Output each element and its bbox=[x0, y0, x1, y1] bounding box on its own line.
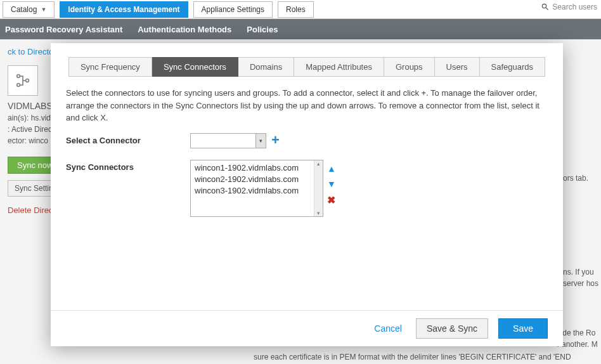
tab-iam-label: Identity & Access Management bbox=[68, 5, 179, 14]
search-placeholder: Search users bbox=[552, 3, 597, 11]
list-controls: ▲ ▼ ✖ bbox=[327, 160, 336, 206]
list-item[interactable]: wincon1-1902.vidmlabs.com bbox=[195, 162, 319, 174]
subnav-policies[interactable]: Policies bbox=[247, 25, 278, 34]
add-connector-icon[interactable]: + bbox=[271, 133, 280, 147]
mtab-users[interactable]: Users bbox=[435, 57, 480, 77]
tab-catalog[interactable]: Catalog ▼ bbox=[3, 1, 55, 18]
mtab-connectors[interactable]: Sync Connectors bbox=[152, 57, 238, 77]
select-connector-label: Select a Connector bbox=[66, 133, 190, 145]
bg-right-text: ctors tab. ains. If you y server hos vid… bbox=[557, 172, 598, 350]
mtab-mapped[interactable]: Mapped Attributes bbox=[294, 57, 384, 77]
tab-roles-label: Roles bbox=[286, 5, 306, 14]
subnav-pra[interactable]: Password Recovery Assistant bbox=[5, 25, 122, 34]
move-down-icon[interactable]: ▼ bbox=[327, 179, 336, 189]
row-sync-connectors: Sync Connectors wincon1-1902.vidmlabs.co… bbox=[66, 160, 548, 217]
search-box[interactable]: Search users bbox=[541, 3, 597, 11]
row-select-connector: Select a Connector ▾ + bbox=[66, 133, 548, 148]
svg-point-2 bbox=[26, 79, 29, 82]
sync-connectors-label: Sync Connectors bbox=[66, 160, 190, 172]
bg-right-b: y server hos bbox=[557, 278, 598, 289]
save-sync-button[interactable]: Save & Sync bbox=[416, 318, 488, 339]
list-item[interactable]: wincon3-1902.vidmlabs.com bbox=[195, 185, 319, 197]
modal-description: Select the connectors to use for syncing… bbox=[66, 87, 548, 124]
sync-settings-modal: Sync Frequency Sync Connectors Domains M… bbox=[51, 43, 563, 346]
bg-right-c: vide the Ro bbox=[557, 327, 598, 339]
modal-footer: Cancel Save & Sync Save bbox=[51, 310, 563, 346]
bg-right-d: r another. M bbox=[557, 339, 598, 350]
move-up-icon[interactable]: ▲ bbox=[327, 164, 336, 174]
select-connector-dropdown[interactable]: ▾ bbox=[190, 133, 266, 148]
directory-icon bbox=[8, 65, 38, 96]
remove-icon[interactable]: ✖ bbox=[327, 194, 336, 206]
node-icon bbox=[14, 72, 32, 89]
tab-appliance-label: Appliance Settings bbox=[202, 5, 264, 14]
cancel-button[interactable]: Cancel bbox=[370, 323, 406, 334]
tab-catalog-label: Catalog bbox=[11, 5, 37, 14]
svg-point-0 bbox=[17, 75, 20, 78]
modal-body: Select the connectors to use for syncing… bbox=[51, 77, 563, 310]
mtab-domains[interactable]: Domains bbox=[238, 57, 294, 77]
scroll-up-icon[interactable]: ▴ bbox=[317, 160, 320, 167]
top-tabs: Catalog ▼ Identity & Access Management A… bbox=[0, 0, 601, 19]
tab-roles[interactable]: Roles bbox=[278, 1, 314, 18]
tab-iam[interactable]: Identity & Access Management bbox=[60, 1, 188, 18]
sync-connectors-listbox[interactable]: wincon1-1902.vidmlabs.com wincon2-1902.v… bbox=[190, 160, 323, 217]
subnav-auth[interactable]: Authentication Methods bbox=[138, 25, 231, 34]
listbox-scrollbar[interactable]: ▴ ▾ bbox=[314, 160, 323, 216]
tab-appliance[interactable]: Appliance Settings bbox=[193, 1, 273, 18]
list-item[interactable]: wincon2-1902.vidmlabs.com bbox=[195, 174, 319, 185]
modal-tabs: Sync Frequency Sync Connectors Domains M… bbox=[51, 57, 563, 77]
bg-bottom-text: sure each certificate is in PEM format w… bbox=[254, 353, 571, 361]
select-value bbox=[191, 134, 255, 148]
mtab-frequency[interactable]: Sync Frequency bbox=[68, 57, 152, 77]
sub-nav: Password Recovery Assistant Authenticati… bbox=[0, 19, 601, 39]
bg-right-tab: ctors tab. bbox=[557, 172, 598, 184]
scroll-down-icon[interactable]: ▾ bbox=[317, 210, 320, 216]
bg-right-a: ains. If you bbox=[557, 266, 598, 278]
mtab-groups[interactable]: Groups bbox=[384, 57, 435, 77]
chevron-down-icon: ▼ bbox=[41, 6, 46, 13]
search-icon bbox=[541, 3, 550, 11]
mtab-safeguards[interactable]: Safeguards bbox=[480, 57, 546, 77]
chevron-down-icon[interactable]: ▾ bbox=[255, 134, 266, 148]
save-button[interactable]: Save bbox=[498, 318, 548, 339]
svg-point-1 bbox=[17, 84, 20, 87]
